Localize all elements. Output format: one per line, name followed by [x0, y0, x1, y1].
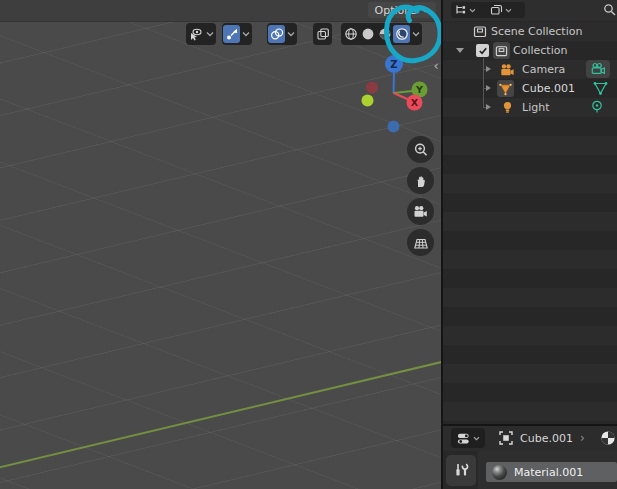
pan-tool-button[interactable] [407, 167, 434, 194]
object-breadcrumb-icon[interactable] [498, 430, 514, 446]
3d-viewport[interactable]: Options [0, 0, 441, 489]
scene-collection-label: Scene Collection [491, 25, 582, 38]
light-label: Light [522, 101, 549, 114]
show-overlays-button[interactable] [268, 25, 285, 43]
outliner-search-button[interactable] [603, 3, 617, 17]
rendered-sphere-icon [395, 27, 409, 41]
outliner-header [443, 0, 617, 21]
zoom-tool-button[interactable] [407, 136, 434, 163]
properties-editor-icon [456, 431, 471, 446]
viewport-toolbar [186, 23, 422, 45]
shading-mode-group [341, 23, 422, 45]
gizmo-arrow-icon [225, 27, 239, 41]
display-mode-dropdown[interactable] [487, 2, 525, 18]
chevron-down-icon [505, 8, 512, 13]
navigation-axis-gizmo[interactable]: Z Y X [356, 50, 440, 138]
collapsed-caret-icon[interactable] [486, 104, 491, 110]
chevron-down-icon [473, 436, 480, 441]
shading-wireframe-button[interactable] [342, 25, 359, 43]
show-gizmos-group [222, 23, 252, 45]
camera-view-button[interactable] [407, 198, 434, 225]
outliner-editor: Scene Collection Collection Camera [443, 0, 617, 424]
light-data-badge[interactable] [589, 99, 605, 115]
camera-data-badge[interactable] [586, 60, 610, 78]
tool-icon [453, 462, 470, 479]
svg-text:X: X [411, 97, 419, 108]
properties-editor: Cube.001 › Material.001 [443, 426, 617, 489]
chevron-down-icon[interactable] [204, 25, 215, 43]
shading-rendered-button[interactable] [393, 25, 410, 43]
camera-label: Camera [522, 63, 565, 76]
outliner-row-light[interactable]: Light [443, 98, 617, 117]
expand-caret-icon[interactable] [456, 48, 464, 53]
overlays-icon [270, 27, 284, 41]
options-label: Options [375, 4, 417, 17]
collection-label: Collection [513, 44, 567, 57]
properties-tab-column [443, 451, 478, 489]
outliner-row-cube-001[interactable]: Cube.001 [443, 79, 617, 98]
breadcrumb-object-name[interactable]: Cube.001 [520, 432, 573, 445]
shading-chevron-down-icon[interactable] [410, 25, 421, 43]
mesh-data-icon [592, 80, 609, 96]
shading-solid-button[interactable] [359, 25, 376, 43]
outliner-editor-icon [454, 4, 467, 16]
collapsed-caret-icon[interactable] [486, 66, 491, 72]
collection-icon-box [493, 42, 510, 59]
shading-material-preview-button[interactable] [376, 25, 393, 43]
light-data-icon [589, 99, 605, 115]
collection-checkbox[interactable] [476, 44, 489, 57]
xray-icon [314, 25, 331, 43]
search-icon [603, 3, 617, 17]
light-object-icon [500, 100, 515, 115]
mesh-data-badge[interactable] [592, 80, 609, 96]
show-overlays-group [267, 23, 297, 45]
object-type-visibility-button[interactable] [186, 23, 216, 45]
breadcrumb-separator: › [580, 431, 585, 445]
camera-object-icon [499, 62, 516, 78]
cube-001-label: Cube.001 [522, 82, 575, 95]
material-name: Material.001 [514, 466, 583, 479]
material-sphere-icon [378, 27, 392, 41]
collection-icon [494, 44, 509, 58]
mesh-object-icon [498, 82, 513, 96]
axis-ball-z[interactable]: Z [385, 55, 403, 73]
solid-sphere-icon [361, 27, 375, 41]
mesh-icon-box [497, 80, 514, 97]
gizmos-chevron-down-icon[interactable] [240, 25, 251, 43]
axis-ball-negative-x[interactable] [366, 82, 378, 94]
axis-ball-x[interactable]: X [407, 95, 423, 111]
collapsed-caret-icon[interactable] [486, 85, 491, 91]
axis-ball-negative-y[interactable] [362, 95, 374, 107]
sidebar-collapse-arrow[interactable]: ‹ [430, 58, 441, 74]
toggle-xray-button[interactable] [313, 23, 332, 45]
outliner-row-collection[interactable]: Collection [443, 41, 617, 60]
camera-data-icon [590, 62, 607, 76]
magnifier-plus-icon [413, 142, 429, 158]
show-gizmos-button[interactable] [223, 25, 240, 43]
options-dropdown[interactable]: Options [368, 2, 436, 18]
movie-camera-icon [412, 204, 429, 220]
svg-text:Y: Y [415, 84, 423, 95]
display-mode-icon [490, 4, 503, 16]
viewport-header: Options [0, 0, 441, 22]
projection-toggle-button[interactable] [407, 229, 434, 256]
material-slot-row[interactable]: Material.001 [486, 462, 617, 482]
collection-icon [472, 24, 488, 39]
wireframe-sphere-icon [344, 27, 358, 41]
svg-text:Z: Z [390, 59, 397, 70]
properties-header: Cube.001 › [443, 426, 617, 451]
editor-type-dropdown[interactable] [451, 2, 490, 18]
editor-type-dropdown[interactable] [451, 428, 485, 448]
tool-tab[interactable] [446, 455, 476, 486]
y-axis-floor-line [0, 340, 441, 472]
eye-cursor-icon [187, 25, 204, 43]
outliner-row-camera[interactable]: Camera [443, 60, 617, 79]
grid-perspective-icon [413, 235, 429, 251]
hand-icon [413, 173, 429, 189]
axis-ball-negative-z[interactable] [388, 121, 400, 133]
material-preview-ball-icon [492, 465, 507, 480]
overlays-chevron-down-icon[interactable] [285, 25, 296, 43]
material-breadcrumb-icon[interactable] [600, 430, 616, 446]
chevron-down-icon [421, 7, 429, 13]
outliner-row-scene-collection[interactable]: Scene Collection [443, 22, 617, 41]
